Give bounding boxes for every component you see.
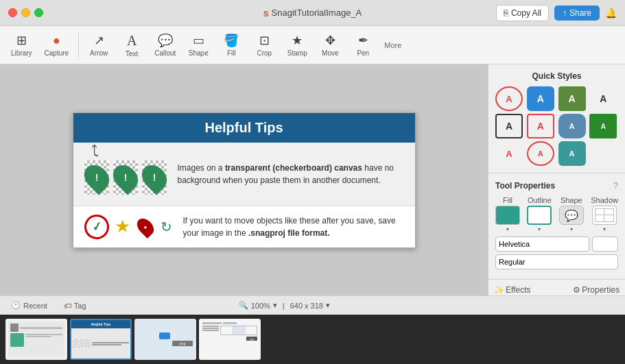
share-button[interactable]: ↑ Share [554,5,600,21]
outline-chevron: ▾ [538,226,541,232]
title-text: SnagitTutorialImage_A [272,8,362,18]
right-panel: Quick Styles A A A A A A A A A A A [488,64,625,295]
shape-swatch[interactable]: 💬 [559,206,584,225]
fill-icon: 🪣 [224,33,239,48]
share-icon: ↑ [563,8,567,18]
image-text-bottom: If you want to move objects like these a… [183,215,404,239]
bottom-actions: ✨ Effects ⚙ Properties [488,280,625,295]
main-area: Helpful Tips ⤴ ! [0,64,625,295]
style-red-callout[interactable]: A [495,86,523,111]
style-boxed-red[interactable]: A [527,114,554,138]
tag-icon: 🏷 [64,302,71,310]
shadow-chevron: ▾ [603,226,606,232]
help-icon[interactable]: ? [613,180,618,191]
status-center: 🔍 100% ▾ | 640 x 318 ▾ [239,301,330,310]
move-icon: ✥ [325,33,335,48]
style-empty [589,141,617,166]
quick-styles-section: Quick Styles A A A A A A A A A A A [488,64,625,173]
image-header: Helpful Tips [73,113,415,143]
filmstrip: Helpful Tips [0,315,625,364]
tag-tab[interactable]: 🏷 Tag [61,300,89,311]
copy-icon: ⎘ [504,8,508,18]
tool-properties-section: Tool Properties ? Fill ▾ Outline ▾ Shape… [488,173,625,280]
fill-prop: Fill ▾ [495,196,520,232]
style-plain[interactable]: A [589,86,617,111]
effects-button[interactable]: ✨ Effects [494,285,530,295]
style-green-square[interactable]: A [558,86,586,111]
properties-button[interactable]: ⚙ Properties [573,285,620,295]
minimize-button[interactable] [21,8,30,17]
tool-callout[interactable]: 💬 Callout [149,30,181,60]
props-header: Tool Properties ? [495,180,618,191]
style-red-circle-arrow[interactable]: A [527,141,554,166]
capture-icon: ● [53,34,60,48]
style-red-text[interactable]: A [495,141,523,166]
image-frame: Helpful Tips ⤴ ! [73,112,416,248]
stamp-icon: ★ [292,33,303,48]
notifications-icon[interactable]: 🔔 [605,8,617,19]
status-left: 🕐 Recent 🏷 Tag [8,300,89,311]
font-style-select[interactable]: Regular [495,254,618,269]
shape-icon: ▭ [193,33,204,48]
maximize-button[interactable] [34,8,43,17]
text-icon: A [127,33,137,49]
close-button[interactable] [8,8,17,17]
style-blue-callout[interactable]: A [527,86,554,111]
pen-icon: ✒ [358,33,368,48]
tool-pen[interactable]: ✒ Pen [347,30,379,60]
style-cloud-blue[interactable]: A [558,114,586,138]
shape-prop: Shape 💬 ▾ [559,196,584,232]
tool-fill[interactable]: 🪣 Fill [215,30,247,60]
recent-tab[interactable]: 🕐 Recent [8,300,50,311]
quick-styles-grid: A A A A A A A A A A A [495,86,618,166]
canvas-area[interactable]: Helpful Tips ⤴ ! [0,64,488,295]
library-icon: ⊞ [16,33,27,48]
more-tools-button[interactable]: More [380,38,405,52]
style-green-label[interactable]: A [589,114,617,138]
titlebar: s SnagitTutorialImage_A ⎘ Copy All ↑ Sha… [0,0,625,26]
font-family-select[interactable]: Helvetica [495,236,589,252]
checkered-icons: ⤴ ! [84,154,167,195]
style-teal-callout[interactable]: A [558,141,586,166]
tool-text[interactable]: A Text [116,30,148,60]
filmstrip-thumb-2[interactable]: Helpful Tips [70,319,132,360]
tool-shape[interactable]: ▭ Shape [182,30,214,60]
filmstrip-thumb-3[interactable]: png [134,319,196,360]
tool-crop[interactable]: ⊡ Crop [248,30,280,60]
shadow-swatch[interactable] [592,206,617,225]
outline-swatch[interactable] [527,206,552,225]
font-style-row: Regular [495,254,618,269]
titlebar-actions: ⎘ Copy All ↑ Share 🔔 [496,5,617,21]
font-size-select[interactable] [592,236,618,252]
filmstrip-thumb-4[interactable]: png [199,319,261,360]
tool-props-title: Tool Properties [495,181,613,191]
window-title: s SnagitTutorialImage_A [263,8,362,19]
shape-chevron: ▾ [570,226,573,232]
tool-arrow[interactable]: ↗ Arrow [83,30,115,60]
tool-stamp[interactable]: ★ Stamp [281,30,313,60]
copy-all-button[interactable]: ⎘ Copy All [496,5,549,21]
status-bar: 🕐 Recent 🏷 Tag 🔍 100% ▾ | 640 x 318 ▾ [0,295,625,315]
arrow-icon: ↗ [94,33,104,48]
zoom-icon: 🔍 [239,301,248,310]
tool-library[interactable]: ⊞ Library [5,30,38,60]
app-logo: s [263,8,269,19]
shadow-prop: Shadow ▾ [591,196,618,232]
wand-icon: ✨ [494,285,504,295]
fill-chevron: ▾ [506,226,509,232]
tool-capture[interactable]: ● Capture [39,31,75,60]
filmstrip-thumb-1[interactable] [5,319,67,360]
status-separator: | [283,302,285,310]
clock-icon: 🕐 [11,301,21,310]
style-boxed-black[interactable]: A [495,114,523,138]
image-body-bottom: ✓ ★ ● ↻ If you want to move objects like… [73,206,415,247]
zoom-chevron: ▾ [273,301,277,310]
tool-move[interactable]: ✥ Move [314,30,346,60]
fill-swatch[interactable] [495,206,520,225]
dims-chevron: ▾ [326,301,330,310]
quick-styles-title: Quick Styles [495,71,618,81]
gear-icon: ⚙ [573,285,580,295]
image-body-top: ⤴ ! [73,143,415,206]
window-controls [8,8,43,17]
callout-icon: 💬 [158,33,173,48]
